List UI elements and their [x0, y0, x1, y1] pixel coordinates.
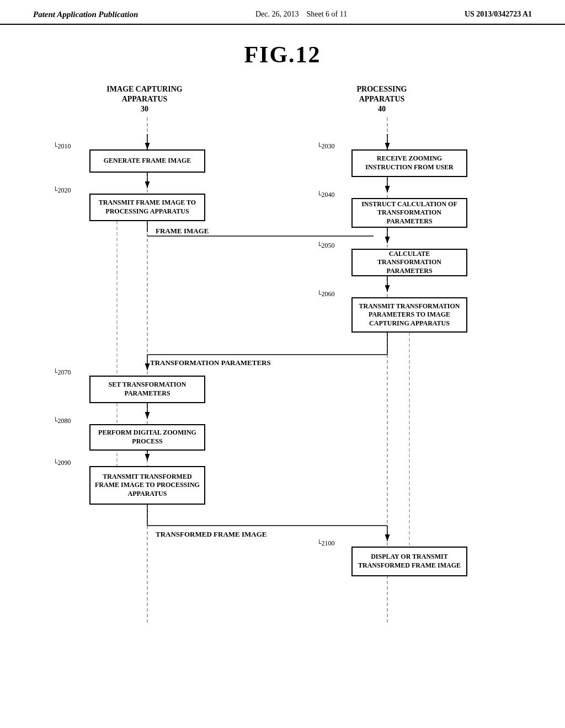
step-2080-label: └2080 — [53, 417, 71, 425]
step-2020-label: └2020 — [53, 186, 71, 195]
frame-image-label: FRAME IMAGE — [156, 227, 209, 235]
box-2080: PERFORM DIGITAL ZOOMINGPROCESS — [89, 424, 205, 451]
figure-title: FIG.12 — [0, 41, 565, 68]
step-2050-label: └2050 — [317, 242, 335, 250]
box-2020-text: TRANSMIT FRAME IMAGE TOPROCESSING APPARA… — [99, 199, 196, 216]
step-2040-label: └2040 — [317, 191, 335, 199]
diagram: IMAGE CAPTURING APPARATUS 30 PROCESSING … — [45, 84, 520, 669]
header-date-sheet: Dec. 26, 2013 Sheet 6 of 11 — [255, 10, 347, 19]
box-2010-text: GENERATE FRAME IMAGE — [104, 157, 191, 165]
step-2030-label: └2030 — [317, 142, 335, 151]
box-2090: TRANSMIT TRANSFORMEDFRAME IMAGE TO PROCE… — [89, 466, 205, 505]
col-header-right-title: PROCESSING APPARATUS — [327, 84, 437, 104]
header-date: Dec. 26, 2013 — [255, 10, 299, 18]
transformation-parameters-label: TRANSFORMATION PARAMETERS — [150, 358, 271, 367]
step-2100-label: └2100 — [317, 539, 335, 548]
box-2040: INSTRUCT CALCULATION OFTRANSFORMATIONPAR… — [351, 198, 467, 228]
transformed-frame-image-label: TRANSFORMED FRAME IMAGE — [156, 530, 267, 539]
box-2100: DISPLAY OR TRANSMITTRANSFORMED FRAME IMA… — [351, 547, 467, 576]
box-2040-text: INSTRUCT CALCULATION OFTRANSFORMATIONPAR… — [361, 200, 457, 226]
step-2060-label: └2060 — [317, 290, 335, 298]
step-2070-label: └2070 — [53, 368, 71, 377]
header-sheet: Sheet 6 of 11 — [306, 10, 347, 18]
box-2030: RECEIVE ZOOMINGINSTRUCTION FROM USER — [351, 149, 467, 177]
box-2010: GENERATE FRAME IMAGE — [89, 149, 205, 173]
header-patent-number: US 2013/0342723 A1 — [465, 10, 532, 19]
page-header: Patent Application Publication Dec. 26, … — [0, 0, 565, 25]
box-2060: TRANSMIT TRANSFORMATIONPARAMETERS TO IMA… — [351, 297, 467, 333]
box-2070-text: SET TRANSFORMATIONPARAMETERS — [108, 381, 186, 398]
box-2030-text: RECEIVE ZOOMINGINSTRUCTION FROM USER — [365, 154, 453, 172]
col-header-right-ref: 40 — [327, 104, 437, 114]
col-header-left: IMAGE CAPTURING APPARATUS 30 — [89, 84, 200, 115]
col-header-right: PROCESSING APPARATUS 40 — [327, 84, 437, 115]
box-2090-text: TRANSMIT TRANSFORMEDFRAME IMAGE TO PROCE… — [95, 473, 200, 499]
col-header-left-title: IMAGE CAPTURING APPARATUS — [89, 84, 200, 104]
step-2090-label: └2090 — [53, 459, 71, 467]
step-2010-label: └2010 — [53, 142, 71, 151]
box-2100-text: DISPLAY OR TRANSMITTRANSFORMED FRAME IMA… — [358, 553, 461, 570]
header-publication-label: Patent Application Publication — [33, 10, 138, 19]
box-2080-text: PERFORM DIGITAL ZOOMINGPROCESS — [98, 429, 196, 446]
box-2060-text: TRANSMIT TRANSFORMATIONPARAMETERS TO IMA… — [359, 302, 460, 328]
box-2020: TRANSMIT FRAME IMAGE TOPROCESSING APPARA… — [89, 194, 205, 221]
col-header-left-ref: 30 — [89, 104, 200, 114]
box-2070: SET TRANSFORMATIONPARAMETERS — [89, 376, 205, 403]
box-2050-text: CALCULATE TRANSFORMATIONPARAMETERS — [357, 250, 462, 276]
box-2050: CALCULATE TRANSFORMATIONPARAMETERS — [351, 249, 467, 276]
